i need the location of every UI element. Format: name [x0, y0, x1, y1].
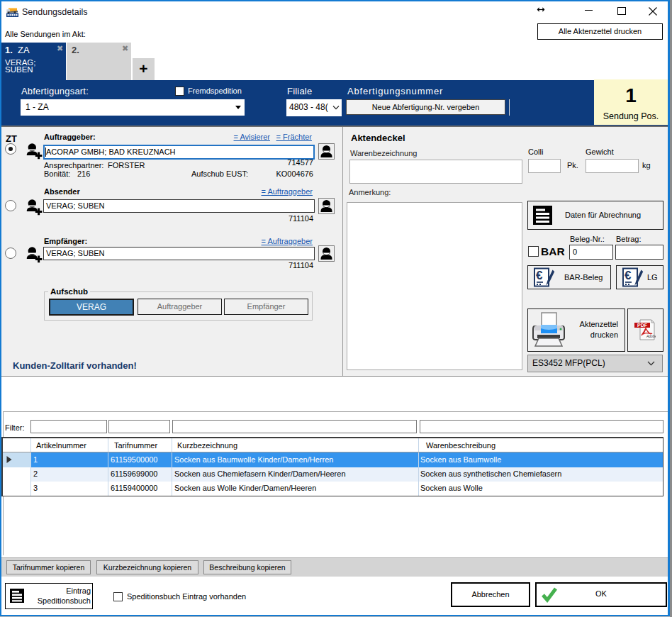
svg-text:PDF: PDF — [637, 323, 648, 328]
svg-text:€: € — [536, 269, 543, 282]
svg-text:Adobe: Adobe — [646, 334, 656, 338]
svg-text:€: € — [625, 269, 632, 282]
